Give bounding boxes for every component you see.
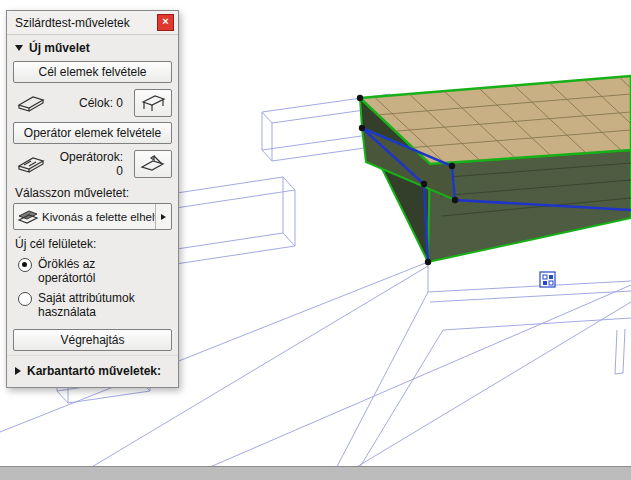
section-new-operation-label: Új művelet <box>29 41 90 55</box>
solid-operations-palette: Szilárdtest-műveletek × Új művelet Cél e… <box>6 10 179 388</box>
palette-title: Szilárdtest-műveletek <box>15 16 157 30</box>
radio-inherit-from-operator[interactable]: Öröklés az operátortól <box>7 253 178 287</box>
pick-operators-button[interactable]: Operátor elemek felvétele <box>13 122 172 144</box>
targets-pick-mode-button[interactable] <box>134 89 172 117</box>
close-button[interactable]: × <box>157 14 174 31</box>
targets-row: Célok: 0 <box>7 86 178 119</box>
radio-circle[interactable] <box>18 258 32 272</box>
palette-titlebar[interactable]: Szilárdtest-műveletek × <box>7 11 178 35</box>
target-slab-icon <box>13 90 49 116</box>
surfaces-label: Új cél felületek: <box>7 231 178 253</box>
radio-circle[interactable] <box>18 292 32 306</box>
operation-select-label: Válasszon műveletet: <box>7 180 178 202</box>
operators-pick-mode-button[interactable] <box>134 150 172 178</box>
operator-slab-icon <box>13 151 49 177</box>
radio-own-attributes[interactable]: Saját attribútumok használata <box>7 287 178 321</box>
operation-dropdown[interactable]: Kivonás a felette elhelye... <box>13 203 172 230</box>
expand-triangle-icon <box>15 367 21 375</box>
collapse-triangle-icon <box>15 45 23 51</box>
solid-slab <box>332 60 631 262</box>
section-new-operation[interactable]: Új művelet <box>7 35 178 58</box>
object-marker-icon <box>540 272 555 287</box>
radio-own-attributes-label: Saját attribútumok használata <box>38 291 156 319</box>
status-bar <box>0 466 631 480</box>
operators-row: Operátorok: 0 <box>7 147 178 180</box>
targets-count-label: Célok: 0 <box>52 96 131 110</box>
dropdown-flyout-arrow-icon[interactable] <box>155 204 171 229</box>
section-maintenance-label: Karbantartó műveletek: <box>27 364 161 378</box>
pick-targets-button[interactable]: Cél elemek felvétele <box>13 61 172 83</box>
radio-inherit-label: Öröklés az operátortól <box>38 257 156 285</box>
pen-slab-icon <box>140 154 166 174</box>
table-icon <box>140 93 166 113</box>
operators-count-label: Operátorok: 0 <box>52 150 131 178</box>
execute-button[interactable]: Végrehajtás <box>13 329 172 351</box>
operation-dropdown-value: Kivonás a felette elhelye... <box>42 211 155 223</box>
subtraction-operation-icon <box>14 208 42 226</box>
section-maintenance[interactable]: Karbantartó műveletek: <box>7 355 178 387</box>
